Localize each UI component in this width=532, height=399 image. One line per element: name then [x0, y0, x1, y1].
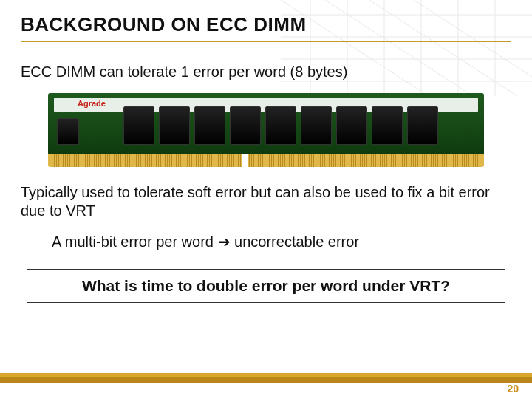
- dimm-brand-label: Agrade: [78, 99, 106, 108]
- dimm-key-notch: [242, 154, 248, 167]
- dimm-chip: [159, 106, 190, 145]
- dimm-chip: [265, 106, 296, 145]
- arrow-icon: ➔: [218, 233, 231, 250]
- title-underline: [21, 41, 511, 42]
- dimm-chip: [123, 106, 154, 145]
- dimm-chip: [230, 106, 261, 145]
- indent-suffix: uncorrectable error: [231, 233, 360, 250]
- paragraph-1: ECC DIMM can tolerate 1 error per word (…: [21, 63, 511, 81]
- slide: BACKGROUND ON ECC DIMM ECC DIMM can tole…: [0, 0, 532, 399]
- dimm-chip: [301, 106, 332, 145]
- dimm-chip: [407, 106, 438, 145]
- dimm-chip: [372, 106, 403, 145]
- dimm-chip: [336, 106, 367, 145]
- callout-box: What is time to double error per word un…: [27, 269, 505, 303]
- slide-title: BACKGROUND ON ECC DIMM: [21, 13, 511, 36]
- dimm-chips: [123, 106, 438, 145]
- dimm-chip: [194, 106, 225, 145]
- indent-prefix: A multi-bit error per word: [52, 233, 218, 250]
- paragraph-3: A multi-bit error per word ➔ uncorrectab…: [52, 232, 511, 251]
- dimm-ecc-chip: [57, 118, 79, 145]
- dimm-contacts: [48, 154, 484, 167]
- dimm-image: Agrade: [48, 93, 484, 167]
- paragraph-2: Typically used to tolerate soft error bu…: [21, 183, 511, 220]
